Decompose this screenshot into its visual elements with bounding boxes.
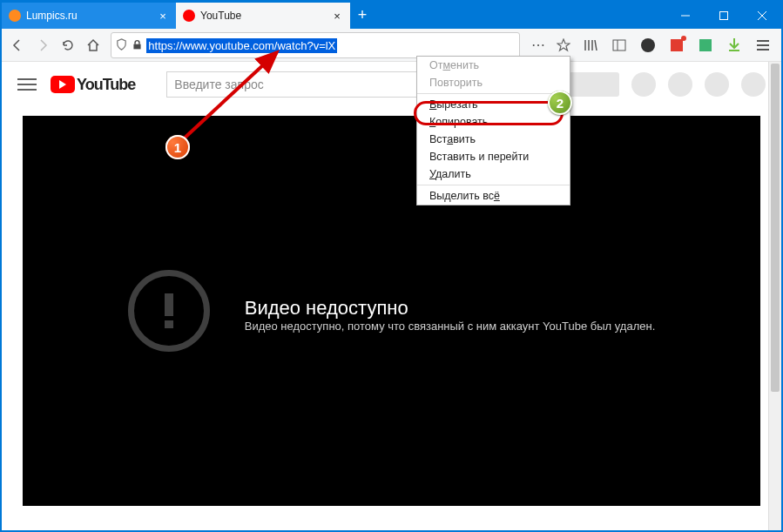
library-icon[interactable] bbox=[577, 32, 604, 58]
svg-rect-7 bbox=[729, 50, 739, 51]
home-button[interactable] bbox=[82, 32, 104, 58]
page-actions-icon[interactable]: ⋯ bbox=[527, 32, 549, 58]
video-player-error: Видео недоступно Видео недоступно, потом… bbox=[23, 116, 760, 506]
lock-icon bbox=[132, 39, 143, 51]
ctx-select-all[interactable]: Выделить всё bbox=[417, 187, 570, 205]
reload-button[interactable] bbox=[57, 32, 79, 58]
svg-rect-5 bbox=[613, 40, 625, 51]
scrollbar-thumb[interactable] bbox=[771, 64, 780, 392]
back-button[interactable] bbox=[7, 32, 29, 58]
extension-icon-4[interactable] bbox=[721, 32, 747, 58]
annotation-arrow bbox=[172, 45, 294, 150]
svg-rect-4 bbox=[134, 44, 141, 50]
window-maximize-button[interactable] bbox=[705, 2, 743, 29]
youtube-logo[interactable]: YouTube bbox=[51, 76, 135, 94]
ctx-redo[interactable]: Повторить bbox=[417, 74, 570, 91]
ctx-delete[interactable]: Удалить bbox=[417, 165, 570, 183]
vertical-scrollbar[interactable] bbox=[768, 62, 781, 530]
youtube-header: YouTube Введите запрос bbox=[2, 62, 781, 107]
annotation-highlight-copy bbox=[414, 101, 564, 125]
placeholder-circle bbox=[668, 72, 692, 97]
favicon-lumpics bbox=[9, 10, 21, 22]
tab-close-icon[interactable]: × bbox=[157, 10, 169, 22]
placeholder-circle bbox=[631, 72, 656, 97]
bookmark-star-icon[interactable] bbox=[552, 32, 574, 58]
tab-title: Lumpics.ru bbox=[26, 10, 152, 22]
annotation-marker-1: 1 bbox=[165, 135, 190, 159]
tab-close-icon[interactable]: × bbox=[331, 10, 343, 22]
extension-icon-1[interactable] bbox=[635, 32, 661, 58]
youtube-logo-text: YouTube bbox=[77, 76, 135, 94]
svg-line-11 bbox=[181, 52, 277, 141]
error-text: Видео недоступно, потому что связанный с… bbox=[245, 320, 656, 333]
browser-titlebar: Lumpics.ru × YouTube × + bbox=[2, 2, 781, 29]
window-minimize-button[interactable] bbox=[666, 2, 705, 29]
annotation-marker-2: 2 bbox=[548, 91, 572, 115]
extension-icon-2[interactable] bbox=[664, 32, 690, 58]
error-title: Видео недоступно bbox=[245, 297, 656, 320]
address-bar-context-menu: Отменить Повторить Вырезать Копировать В… bbox=[416, 56, 570, 205]
hamburger-menu-icon[interactable] bbox=[17, 75, 37, 94]
toolbar-right bbox=[577, 32, 776, 58]
app-menu-button[interactable] bbox=[750, 32, 776, 58]
svg-rect-1 bbox=[720, 11, 728, 19]
tab-youtube[interactable]: YouTube × bbox=[176, 3, 350, 29]
ctx-paste-go[interactable]: Вставить и перейти bbox=[417, 148, 570, 165]
exclamation-icon bbox=[128, 270, 210, 352]
ctx-undo[interactable]: Отменить bbox=[417, 57, 570, 74]
shield-icon bbox=[115, 38, 128, 51]
ctx-paste[interactable]: Вставить bbox=[417, 131, 570, 148]
page-viewport: YouTube Введите запрос Видео недоступно … bbox=[2, 62, 781, 530]
sidebar-icon[interactable] bbox=[606, 32, 632, 58]
forward-button[interactable] bbox=[32, 32, 54, 58]
favicon-youtube bbox=[183, 10, 195, 22]
new-tab-button[interactable]: + bbox=[350, 2, 375, 29]
tab-lumpics[interactable]: Lumpics.ru × bbox=[2, 3, 176, 29]
header-placeholders bbox=[550, 72, 766, 97]
window-close-button[interactable] bbox=[743, 2, 781, 29]
youtube-play-icon bbox=[51, 76, 75, 93]
placeholder-circle bbox=[705, 72, 729, 97]
tab-title: YouTube bbox=[200, 10, 326, 22]
browser-toolbar: https://www.youtube.com/watch?v=lX ⋯ bbox=[2, 29, 781, 62]
placeholder-circle bbox=[741, 72, 766, 97]
extension-icon-3[interactable] bbox=[692, 32, 719, 58]
